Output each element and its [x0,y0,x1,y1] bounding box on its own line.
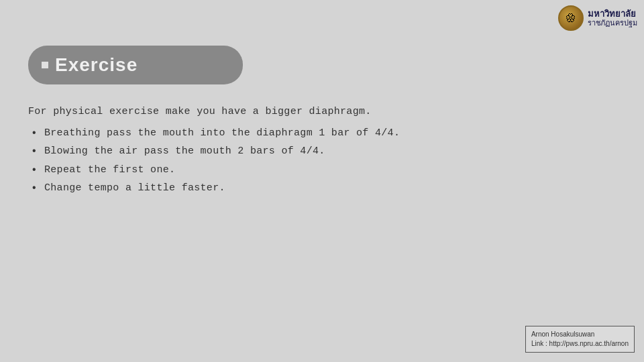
content-area: For physical exercise make you have a bi… [28,106,616,197]
list-item: Breathing pass the mouth into the diaphr… [28,124,616,142]
logo-line2: ราชภัฏนครปฐม [588,19,637,27]
credit-name: Arnon Hosakulsuwan [531,330,629,339]
logo-emblem: 🏵 [558,5,584,31]
exercise-title: Exercise [55,54,138,76]
list-item: Change tempo a little faster. [28,179,616,197]
credit-box: Arnon Hosakulsuwan Link : http://pws.npr… [525,326,635,353]
credit-link: Link : http://pws.npru.ac.th/arnon [531,339,629,349]
exercise-bullet-icon [42,62,48,68]
logo-line1: มหาวิทยาลัย [588,9,636,19]
list-item: Repeat the first one. [28,161,616,179]
logo-text: มหาวิทยาลัย ราชภัฏนครปฐม [588,9,637,28]
intro-text: For physical exercise make you have a bi… [28,106,616,117]
exercise-header-box: Exercise [28,46,243,84]
list-item: Blowing the air pass the mouth 2 bars of… [28,142,616,160]
bullet-list: Breathing pass the mouth into the diaphr… [28,124,616,197]
logo-area: 🏵 มหาวิทยาลัย ราชภัฏนครปฐม [558,5,637,31]
emblem-icon: 🏵 [566,12,576,25]
